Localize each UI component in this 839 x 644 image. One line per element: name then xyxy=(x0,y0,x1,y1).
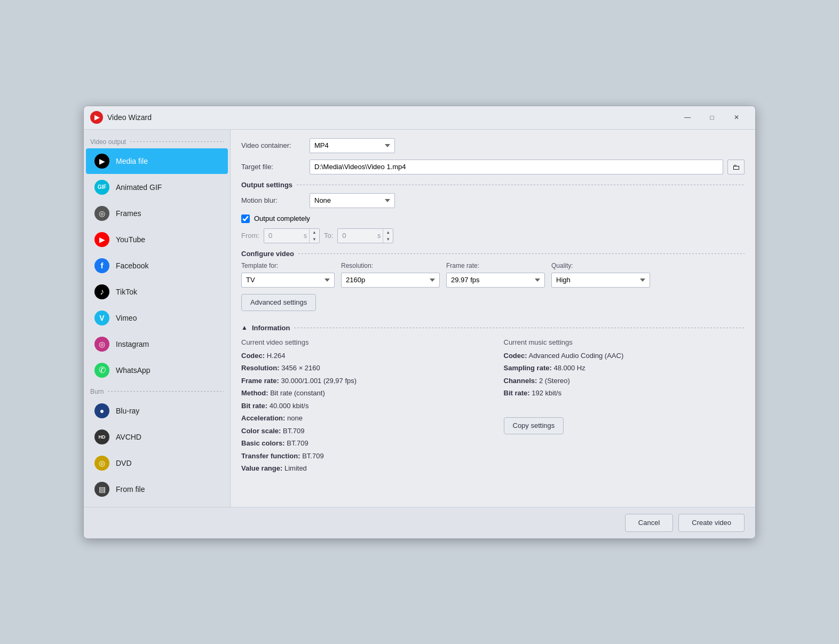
minimize-button[interactable]: — xyxy=(675,109,700,126)
from-input[interactable] xyxy=(264,229,302,243)
main-window: ▶ Video Wizard — □ ✕ Video output ▶ Medi… xyxy=(83,106,756,539)
target-file-row: Target file: 🗀 xyxy=(241,160,745,174)
info-triangle-icon: ▲ xyxy=(241,324,248,331)
information-section: ▲ Information Current video settings Cod… xyxy=(241,324,745,476)
create-video-button[interactable]: Create video xyxy=(678,514,745,532)
video-codec-row: Codec: H.264 xyxy=(241,351,482,361)
sidebar-item-media-file[interactable]: ▶ Media file xyxy=(86,148,228,174)
video-method-row: Method: Bit rate (constant) xyxy=(241,388,482,399)
frame-rate-select[interactable]: 29.97 fps 25 fps 24 fps 60 fps 30 fps xyxy=(446,273,545,288)
sidebar: Video output ▶ Media file GIF Animated G… xyxy=(84,130,231,507)
vimeo-icon: V xyxy=(94,311,109,325)
window-controls: — □ ✕ xyxy=(675,109,749,126)
to-unit: s xyxy=(375,232,383,240)
dvd-icon: ◎ xyxy=(94,456,109,471)
video-framerate-row: Frame rate: 30.000/1.001 (29,97 fps) xyxy=(241,376,482,386)
music-bitrate-row: Bit rate: 192 kbit/s xyxy=(504,388,745,399)
media-file-icon: ▶ xyxy=(94,154,109,169)
video-method-label: Method: xyxy=(241,389,268,397)
from-unit: s xyxy=(302,232,309,240)
music-samplingrate-value: 48.000 Hz xyxy=(553,364,585,372)
target-file-input[interactable] xyxy=(310,160,723,174)
video-basiccolors-row: Basic colors: BT.709 xyxy=(241,438,482,449)
template-for-select[interactable]: TV Mobile Web Custom xyxy=(241,273,335,288)
video-transfer-value: BT.709 xyxy=(302,452,323,460)
sidebar-item-label-animated-gif: Animated GIF xyxy=(116,183,162,192)
from-spinner-up[interactable]: ▲ xyxy=(310,229,319,236)
maximize-button[interactable]: □ xyxy=(700,109,724,126)
to-spinner: ▲ ▼ xyxy=(383,229,393,243)
music-channels-value: 2 (Stereo) xyxy=(539,377,570,385)
to-input[interactable] xyxy=(338,229,375,243)
quality-select[interactable]: High Medium Low xyxy=(551,273,650,288)
video-framerate-value: 30.000/1.001 (29,97 fps) xyxy=(281,377,357,385)
sidebar-item-frames[interactable]: ◎ Frames xyxy=(86,201,228,226)
sidebar-item-vimeo[interactable]: V Vimeo xyxy=(86,305,228,331)
video-output-section-label: Video output xyxy=(84,134,230,148)
advanced-settings-button[interactable]: Advanced settings xyxy=(241,294,316,311)
sidebar-item-whatsapp[interactable]: ✆ WhatsApp xyxy=(86,357,228,383)
from-to-row: From: s ▲ ▼ To: s ▲ ▼ xyxy=(241,228,745,243)
resolution-select[interactable]: 2160p 1080p 720p 480p 360p xyxy=(341,273,440,288)
music-channels-label: Channels: xyxy=(504,377,537,385)
sidebar-item-bluray[interactable]: ● Blu-ray xyxy=(86,398,228,424)
video-container-label: Video container: xyxy=(241,141,305,149)
sidebar-item-fromfile[interactable]: ▤ From file xyxy=(86,476,228,502)
avchd-icon: HD xyxy=(94,430,109,444)
youtube-icon: ▶ xyxy=(94,232,109,247)
cancel-button[interactable]: Cancel xyxy=(625,514,673,532)
sidebar-item-tiktok[interactable]: ♪ TikTok xyxy=(86,279,228,305)
to-spinner-down[interactable]: ▼ xyxy=(383,236,393,243)
output-completely-checkbox[interactable] xyxy=(241,214,250,223)
video-acceleration-label: Acceleration: xyxy=(241,414,285,422)
music-channels-row: Channels: 2 (Stereo) xyxy=(504,376,745,386)
sidebar-item-label-bluray: Blu-ray xyxy=(116,407,139,415)
sidebar-item-facebook[interactable]: f Facebook xyxy=(86,253,228,279)
video-resolution-row: Resolution: 3456 × 2160 xyxy=(241,363,482,373)
frames-icon: ◎ xyxy=(94,206,109,221)
close-button[interactable]: ✕ xyxy=(724,109,749,126)
sidebar-item-label-dvd: DVD xyxy=(116,459,132,467)
app-icon: ▶ xyxy=(90,111,103,124)
tiktok-icon: ♪ xyxy=(94,284,109,299)
to-spinner-up[interactable]: ▲ xyxy=(383,229,393,236)
sidebar-item-label-youtube: YouTube xyxy=(116,235,145,244)
sidebar-item-label-whatsapp: WhatsApp xyxy=(116,366,151,375)
video-method-value: Bit rate (constant) xyxy=(270,389,325,397)
frame-rate-label: Frame rate: xyxy=(446,262,545,269)
video-valuerange-label: Value range: xyxy=(241,464,282,472)
sidebar-item-label-fromfile: From file xyxy=(116,485,145,494)
video-acceleration-row: Acceleration: none xyxy=(241,413,482,424)
video-codec-label: Codec: xyxy=(241,352,265,360)
video-basiccolors-label: Basic colors: xyxy=(241,439,285,447)
sidebar-item-instagram[interactable]: ◎ Instagram xyxy=(86,331,228,357)
resolution-col: Resolution: 2160p 1080p 720p 480p 360p xyxy=(341,262,440,288)
main-content: Video output ▶ Media file GIF Animated G… xyxy=(84,130,755,507)
video-resolution-value: 3456 × 2160 xyxy=(281,364,320,372)
copy-settings-button[interactable]: Copy settings xyxy=(504,417,564,434)
video-container-select[interactable]: MP4 AVI MOV MKV WMV xyxy=(310,138,395,153)
music-codec-label: Codec: xyxy=(504,352,527,360)
sidebar-item-avchd[interactable]: HD AVCHD xyxy=(86,424,228,450)
info-columns: Current video settings Codec: H.264 Reso… xyxy=(241,338,745,476)
sidebar-item-label-avchd: AVCHD xyxy=(116,433,141,441)
sidebar-item-animated-gif[interactable]: GIF Animated GIF xyxy=(86,174,228,200)
footer: Cancel Create video xyxy=(84,507,755,538)
browse-button[interactable]: 🗀 xyxy=(727,160,745,174)
sidebar-item-label-media-file: Media file xyxy=(116,157,148,165)
motion-blur-select[interactable]: None Low Medium High xyxy=(310,193,395,208)
video-transfer-label: Transfer function: xyxy=(241,452,300,460)
resolution-label: Resolution: xyxy=(341,262,440,269)
facebook-icon: f xyxy=(94,258,109,273)
music-codec-value: Advanced Audio Coding (AAC) xyxy=(528,352,623,360)
video-valuerange-row: Value range: Limited xyxy=(241,463,482,474)
from-label: From: xyxy=(241,232,259,240)
whatsapp-icon: ✆ xyxy=(94,363,109,378)
sidebar-item-dvd[interactable]: ◎ DVD xyxy=(86,450,228,476)
video-valuerange-value: Limited xyxy=(284,464,307,472)
sidebar-item-youtube[interactable]: ▶ YouTube xyxy=(86,227,228,252)
from-spinner-down[interactable]: ▼ xyxy=(310,236,319,243)
quality-col: Quality: High Medium Low xyxy=(551,262,650,288)
video-resolution-label: Resolution: xyxy=(241,364,280,372)
bluray-icon: ● xyxy=(94,403,109,418)
